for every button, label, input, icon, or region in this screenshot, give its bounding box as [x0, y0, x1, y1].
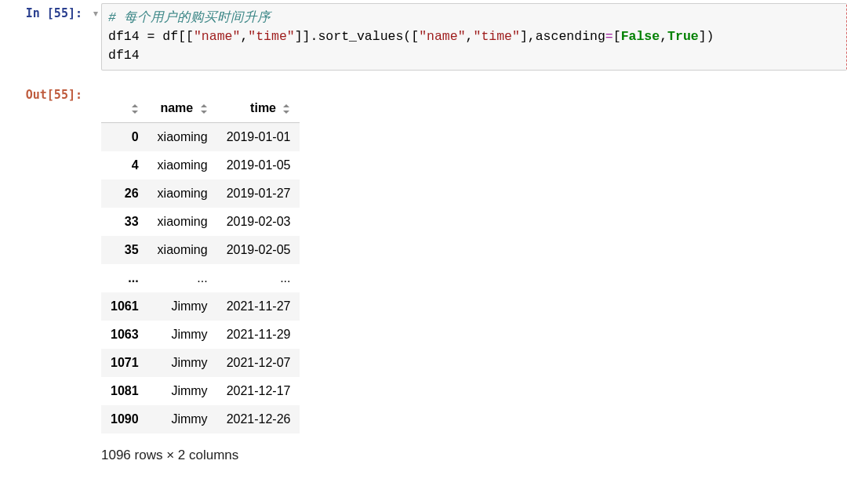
code-token: sort_values	[318, 29, 403, 44]
row-index: 1063	[101, 321, 148, 349]
table-row: 1071Jimmy2021-12-07	[101, 349, 300, 377]
cell-name: Jimmy	[148, 349, 217, 377]
code-token: ,	[240, 29, 248, 44]
cell-time: 2019-01-05	[217, 151, 300, 179]
sort-icon	[131, 104, 139, 114]
column-header-time[interactable]: time	[217, 94, 300, 123]
svg-marker-2	[201, 104, 207, 107]
cell-time: 2019-02-03	[217, 208, 300, 236]
code-token: ])	[699, 29, 714, 44]
code-token: .	[311, 29, 318, 44]
cell-time: 2021-12-17	[217, 377, 300, 405]
svg-marker-4	[283, 104, 289, 107]
row-index: 1061	[101, 292, 148, 321]
table-row: 4xiaoming2019-01-05	[101, 151, 300, 179]
table-summary: 1096 rows × 2 columns	[101, 433, 847, 463]
cell-name: xiaoming	[148, 236, 217, 264]
table-header-row: name time	[101, 94, 300, 123]
cell-name: xiaoming	[148, 122, 217, 151]
table-row: 1081Jimmy2021-12-17	[101, 377, 300, 405]
row-index: ...	[101, 264, 148, 292]
table-body: 0xiaoming2019-01-01 4xiaoming2019-01-05 …	[101, 122, 300, 433]
svg-marker-5	[283, 111, 289, 114]
code-token: "name"	[419, 29, 465, 44]
sort-icon	[282, 104, 290, 114]
output-prompt: Out[55]:	[0, 85, 90, 103]
cell-time: 2019-01-27	[217, 179, 300, 208]
table-row: 35xiaoming2019-02-05	[101, 236, 300, 264]
svg-marker-1	[132, 111, 138, 114]
table-row: 0xiaoming2019-01-01	[101, 122, 300, 151]
cell-name: Jimmy	[148, 377, 217, 405]
code-token: [	[613, 29, 621, 44]
code-token: df	[162, 29, 178, 44]
code-editor[interactable]: # 每个用户的购买时间升序 df14 = df[["name","time"]]…	[101, 3, 847, 71]
code-token: "time"	[473, 29, 519, 44]
table-row: 1063Jimmy2021-11-29	[101, 321, 300, 349]
cell-time: 2019-02-05	[217, 236, 300, 264]
column-header-name[interactable]: name	[148, 94, 217, 123]
code-token: "name"	[194, 29, 240, 44]
cell-name: Jimmy	[148, 321, 217, 349]
row-index: 1081	[101, 377, 148, 405]
table-row: 26xiaoming2019-01-27	[101, 179, 300, 208]
code-token: False	[621, 29, 660, 44]
cell-time: 2021-11-27	[217, 292, 300, 321]
code-token: df14	[108, 29, 140, 44]
output-cell: Out[55]: name t	[0, 82, 847, 466]
table-row: 1090Jimmy2021-12-26	[101, 405, 300, 433]
code-token: ascending	[536, 29, 605, 44]
code-token: ,	[466, 29, 474, 44]
cell-time: 2021-12-26	[217, 405, 300, 433]
row-index: 35	[101, 236, 148, 264]
dataframe-table: name time 0xiaoming2019-01-01 4xia	[101, 94, 300, 433]
column-label: name	[160, 101, 193, 114]
code-token: =	[605, 29, 613, 44]
cell-name: Jimmy	[148, 292, 217, 321]
row-index: 33	[101, 208, 148, 236]
code-token: True	[667, 29, 699, 44]
row-index: 1071	[101, 349, 148, 377]
cell-time: 2021-11-29	[217, 321, 300, 349]
cell-time: 2021-12-07	[217, 349, 300, 377]
column-label: time	[250, 101, 276, 114]
cell-name: xiaoming	[148, 208, 217, 236]
input-cell: In [55]: ▾ # 每个用户的购买时间升序 df14 = df[["nam…	[0, 0, 847, 74]
row-index: 26	[101, 179, 148, 208]
cell-name: xiaoming	[148, 151, 217, 179]
svg-marker-0	[132, 104, 138, 107]
code-token: "time"	[248, 29, 294, 44]
column-header-index[interactable]	[101, 94, 148, 123]
row-index: 4	[101, 151, 148, 179]
input-prompt: In [55]:	[0, 3, 90, 22]
cell-time: ...	[217, 264, 300, 292]
table-row-ellipsis: .........	[101, 264, 300, 292]
output-area: name time 0xiaoming2019-01-01 4xia	[90, 85, 847, 463]
collapse-toggle-icon[interactable]: ▾	[90, 3, 101, 19]
code-token: ]]	[295, 29, 311, 44]
code-comment: # 每个用户的购买时间升序	[108, 10, 271, 25]
code-token: ],	[520, 29, 536, 44]
svg-marker-3	[201, 111, 207, 114]
sort-icon	[200, 104, 208, 114]
cell-name: Jimmy	[148, 405, 217, 433]
table-row: 1061Jimmy2021-11-27	[101, 292, 300, 321]
code-token: [[	[178, 29, 194, 44]
cell-name: ...	[148, 264, 217, 292]
row-index: 1090	[101, 405, 148, 433]
code-token: ,	[660, 29, 667, 44]
table-row: 33xiaoming2019-02-03	[101, 208, 300, 236]
row-index: 0	[101, 122, 148, 151]
cell-name: xiaoming	[148, 179, 217, 208]
code-token: df14	[108, 48, 140, 63]
input-area: ▾ # 每个用户的购买时间升序 df14 = df[["name","time"…	[90, 3, 847, 71]
code-token: ([	[403, 29, 419, 44]
code-token: =	[140, 29, 163, 44]
cell-time: 2019-01-01	[217, 122, 300, 151]
